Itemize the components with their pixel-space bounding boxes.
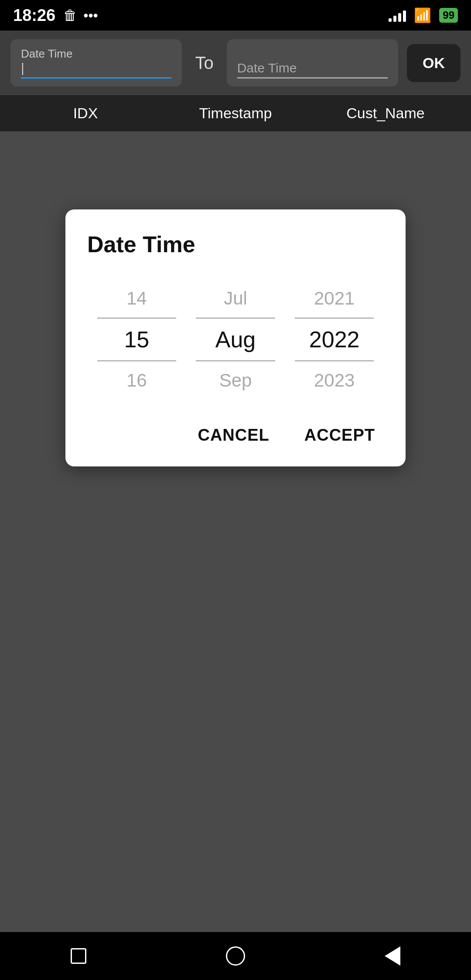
signal-bars-icon xyxy=(389,9,406,22)
table-header-custname: Cust_Name xyxy=(311,95,461,131)
table-header: IDX Timestamp Cust_Name xyxy=(0,95,471,131)
circle-icon xyxy=(226,946,245,966)
to-label: To xyxy=(191,53,218,73)
status-time: 18:26 xyxy=(13,6,55,25)
to-datetime-label: . xyxy=(237,47,240,60)
month-picker-column[interactable]: Jul Aug Sep xyxy=(186,279,285,400)
month-item-selected[interactable]: Aug xyxy=(186,318,285,361)
to-datetime-box[interactable]: . Date Time xyxy=(227,39,398,86)
status-bar: 18:26 🗑 ••• 📶 99 xyxy=(0,0,471,31)
datetime-picker-dialog: Date Time 14 15 16 Jul Aug Sep 2021 2022… xyxy=(65,209,406,466)
recent-apps-button[interactable] xyxy=(63,941,94,971)
background-overlay xyxy=(0,0,471,980)
table-header-timestamp: Timestamp xyxy=(160,95,311,131)
picker-container[interactable]: 14 15 16 Jul Aug Sep 2021 2022 2023 xyxy=(87,279,384,400)
bottom-nav-bar xyxy=(0,932,471,980)
wifi-icon: 📶 xyxy=(414,7,431,24)
battery-percent: 99 xyxy=(443,9,454,21)
signal-bar-1 xyxy=(389,18,392,22)
month-item-above[interactable]: Jul xyxy=(186,279,285,318)
signal-bar-2 xyxy=(393,16,396,22)
day-picker-column[interactable]: 14 15 16 xyxy=(87,279,186,400)
back-button[interactable] xyxy=(377,941,408,971)
from-datetime-box[interactable]: Date Time | xyxy=(10,39,182,86)
status-left: 18:26 🗑 ••• xyxy=(13,6,98,25)
day-item-above[interactable]: 14 xyxy=(87,279,186,318)
day-item-below[interactable]: 16 xyxy=(87,361,186,400)
ok-button[interactable]: OK xyxy=(407,44,461,82)
square-icon xyxy=(71,948,86,964)
month-item-below[interactable]: Sep xyxy=(186,361,285,400)
status-right: 📶 99 xyxy=(389,7,458,24)
status-icons-left: 🗑 ••• xyxy=(63,7,98,24)
dialog-actions: CANCEL ACCEPT xyxy=(87,421,384,449)
triangle-back-icon xyxy=(385,946,400,966)
home-button[interactable] xyxy=(220,941,251,971)
dialog-title: Date Time xyxy=(87,231,384,257)
accept-button[interactable]: ACCEPT xyxy=(296,421,384,449)
from-datetime-value[interactable]: | xyxy=(21,61,171,79)
battery-indicator: 99 xyxy=(439,8,458,23)
signal-bar-4 xyxy=(403,10,406,22)
year-picker-column[interactable]: 2021 2022 2023 xyxy=(285,279,384,400)
to-datetime-placeholder[interactable]: Date Time xyxy=(237,61,388,79)
trash-icon: 🗑 xyxy=(63,7,77,24)
table-header-idx: IDX xyxy=(10,95,160,131)
dots-icon: ••• xyxy=(83,7,98,24)
year-item-above[interactable]: 2021 xyxy=(285,279,384,318)
day-item-selected[interactable]: 15 xyxy=(87,318,186,361)
signal-bar-3 xyxy=(398,13,401,22)
from-datetime-label: Date Time xyxy=(21,47,73,60)
cancel-button[interactable]: CANCEL xyxy=(189,421,278,449)
filter-bar: Date Time | To . Date Time OK xyxy=(0,31,471,95)
year-item-selected[interactable]: 2022 xyxy=(285,318,384,361)
year-item-below[interactable]: 2023 xyxy=(285,361,384,400)
